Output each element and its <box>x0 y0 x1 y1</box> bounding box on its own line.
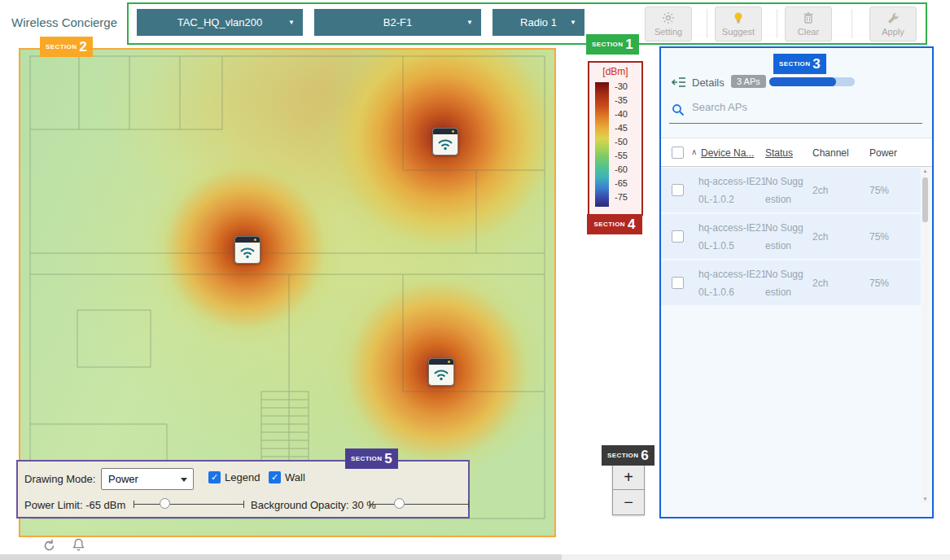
details-scrollbar[interactable]: ▲ ▼ <box>922 168 929 503</box>
background-opacity-slider[interactable] <box>370 497 469 511</box>
section-6-tag: SECTION6 <box>602 445 654 466</box>
status-line: No Sugg <box>765 265 812 283</box>
legend-tick: -55 <box>615 149 628 163</box>
slider-track[interactable] <box>134 504 244 505</box>
slider-handle[interactable] <box>160 498 170 509</box>
toolbar-divider <box>777 9 777 38</box>
status-line: estion <box>765 237 812 255</box>
section-4-tag: SECTION4 <box>587 214 642 234</box>
table-row[interactable]: hq-access-IE21 0L-1.0.2 No Sugg estion 2… <box>661 168 921 212</box>
legend-tick: -30 <box>615 80 628 94</box>
slider-track[interactable] <box>370 504 469 505</box>
channel-cell: 2ch <box>812 182 828 199</box>
network-dropdown[interactable]: TAC_HQ_vlan200 ▼ <box>137 9 303 36</box>
radio-dropdown-value: Radio 1 <box>520 16 557 28</box>
column-header-device[interactable]: Device Na... <box>701 147 754 159</box>
floor-dropdown-value: B2-F1 <box>383 16 412 28</box>
slider-tick <box>243 501 244 508</box>
scroll-up-icon[interactable]: ▲ <box>922 168 929 175</box>
zoom-in-button[interactable]: + <box>612 464 645 490</box>
search-input[interactable] <box>690 100 881 114</box>
scrollbar-thumb[interactable] <box>922 177 928 222</box>
section-tag-word: SECTION <box>592 41 623 48</box>
status-line: estion <box>765 283 812 301</box>
slider-tick <box>370 501 370 508</box>
refresh-icon[interactable] <box>42 539 56 556</box>
drawing-mode-label: Drawing Mode: <box>24 473 95 485</box>
section-tag-word: SECTION <box>46 43 77 50</box>
chevron-down-icon: ▼ <box>570 9 576 36</box>
wrench-icon <box>887 12 900 26</box>
column-header-status[interactable]: Status <box>765 147 793 159</box>
search-icon <box>672 103 685 120</box>
status-cell: No Sugg estion <box>765 219 812 255</box>
table-row[interactable]: hq-access-IE21 0L-1.0.6 No Sugg estion 2… <box>661 260 921 305</box>
sort-ascending-icon[interactable]: ∧ <box>691 147 697 156</box>
ap-count-slider[interactable] <box>769 77 855 86</box>
checkbox-check-icon: ✓ <box>208 471 221 483</box>
legend-title: [dBm] <box>589 66 641 77</box>
channel-cell: 2ch <box>812 228 828 246</box>
horizontal-scrollbar-thumb[interactable] <box>0 554 562 560</box>
legend-tick: -50 <box>615 135 628 149</box>
legend-checkbox[interactable]: ✓ Legend <box>208 471 260 483</box>
apply-button[interactable]: Apply <box>869 7 917 42</box>
setting-button[interactable]: Setting <box>645 7 692 42</box>
legend-tick-labels: -30 -35 -40 -45 -50 -55 -60 -65 -75 <box>615 80 628 204</box>
details-panel: Details 3 APs ∧ Device Na... Status Chan… <box>659 46 934 518</box>
section-2-tag: SECTION2 <box>40 37 93 57</box>
device-name-line: 0L-1.0.5 <box>698 237 770 255</box>
access-point-icon[interactable] <box>432 128 458 155</box>
section-5-tag: SECTION5 <box>345 448 398 469</box>
horizontal-scrollbar[interactable] <box>0 554 950 560</box>
legend-tick: -65 <box>615 177 628 190</box>
device-name-line: 0L-1.0.2 <box>698 190 770 208</box>
status-cell: No Sugg estion <box>765 265 812 301</box>
device-name-line: 0L-1.0.6 <box>698 283 770 301</box>
legend-tick: -60 <box>615 163 628 177</box>
bulb-icon <box>733 11 744 26</box>
select-all-checkbox[interactable] <box>672 147 684 159</box>
access-point-icon[interactable] <box>428 358 454 386</box>
section-tag-number: 2 <box>79 39 86 55</box>
toolbar-divider <box>707 9 707 38</box>
details-panel-title: Details <box>692 77 725 89</box>
legend-checkbox-label: Legend <box>225 471 260 483</box>
suggest-button[interactable]: Suggest <box>715 7 762 42</box>
device-name-cell: hq-access-IE21 0L-1.0.6 <box>698 265 770 301</box>
row-checkbox[interactable] <box>672 277 684 289</box>
table-row[interactable]: hq-access-IE21 0L-1.0.5 No Sugg estion 2… <box>661 214 921 259</box>
row-checkbox[interactable] <box>672 184 684 196</box>
status-line: No Sugg <box>765 219 812 237</box>
floor-dropdown[interactable]: B2-F1 ▼ <box>314 9 481 36</box>
zoom-out-button[interactable]: − <box>612 489 645 515</box>
slider-handle[interactable] <box>394 498 405 509</box>
legend-tick: -75 <box>615 190 628 204</box>
zoom-control: + − <box>612 464 645 515</box>
suggest-button-label: Suggest <box>722 27 755 37</box>
legend-tick: -45 <box>615 121 628 135</box>
drawing-mode-select[interactable]: Power <box>101 468 194 490</box>
power-limit-slider[interactable] <box>134 497 244 511</box>
wifi-icon <box>432 368 450 381</box>
row-checkbox[interactable] <box>672 230 684 243</box>
collapse-panel-icon[interactable] <box>672 77 686 91</box>
ap-count-badge: 3 APs <box>731 75 766 88</box>
trash-icon <box>803 11 814 26</box>
device-name-line: hq-access-IE21 <box>698 173 770 190</box>
status-cell: No Sugg estion <box>765 173 812 208</box>
radio-dropdown[interactable]: Radio 1 ▼ <box>493 9 584 36</box>
column-header-power[interactable]: Power <box>869 147 897 159</box>
scroll-down-icon[interactable]: ▼ <box>922 496 929 503</box>
legend-gradient-bar <box>595 82 609 207</box>
legend-tick: -40 <box>615 107 628 121</box>
bell-icon[interactable] <box>72 538 85 555</box>
clear-button[interactable]: Clear <box>785 7 832 42</box>
device-name-line: hq-access-IE21 <box>698 265 770 283</box>
ap-table-header: ∧ Device Na... Status Channel Power <box>661 138 932 167</box>
wall-checkbox[interactable]: ✓ Wall <box>269 471 305 483</box>
access-point-icon[interactable] <box>234 236 260 264</box>
chevron-down-icon: ▼ <box>288 9 295 36</box>
ap-led-strip <box>235 237 260 243</box>
column-header-channel[interactable]: Channel <box>812 147 849 159</box>
